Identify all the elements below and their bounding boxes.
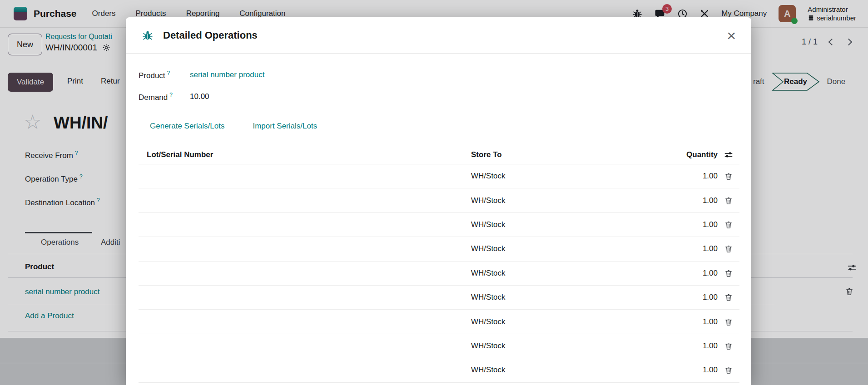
quantity-cell[interactable]: 1.00 [659,220,718,229]
help-icon[interactable]: ? [167,70,170,76]
table-row: WH/Stock 1.00 [139,310,739,334]
table-row: WH/Stock 1.00 [139,334,739,358]
screen: Purchase Orders Products Reporting Confi… [0,0,868,385]
help-icon[interactable]: ? [169,92,173,98]
store-to-cell[interactable]: WH/Stock [462,293,659,302]
col-header-store-to: Store To [462,150,659,159]
detailed-operations-dialog: Detailed Operations × Product? serial nu… [126,17,751,385]
quantity-cell[interactable]: 1.00 [659,172,718,181]
store-to-cell[interactable]: WH/Stock [462,220,659,229]
optional-columns-icon[interactable] [718,150,739,160]
serials-table: Lot/Serial Number Store To Quantity WH/S… [139,145,739,383]
trash-icon[interactable] [718,244,739,253]
store-to-cell[interactable]: WH/Stock [462,317,659,326]
close-icon[interactable]: × [725,28,738,43]
col-header-quantity: Quantity [659,150,718,159]
store-to-cell[interactable]: WH/Stock [462,365,659,375]
store-to-cell[interactable]: WH/Stock [462,196,659,205]
modal-title: Detailed Operations [163,30,258,41]
table-row: WH/Stock 1.00 [139,164,739,188]
table-header-row: Lot/Serial Number Store To Quantity [139,145,739,164]
bug-icon [142,30,153,41]
quantity-cell[interactable]: 1.00 [659,244,718,253]
table-row: WH/Stock 1.00 [139,262,739,286]
quantity-cell[interactable]: 1.00 [659,293,718,302]
modal-demand-value[interactable]: 10.00 [190,92,209,101]
trash-icon[interactable] [718,172,739,181]
store-to-cell[interactable]: WH/Stock [462,244,659,253]
quantity-cell[interactable]: 1.00 [659,196,718,205]
trash-icon[interactable] [718,293,739,302]
trash-icon[interactable] [718,317,739,326]
import-serials-link[interactable]: Import Serials/Lots [253,122,317,131]
col-header-lot-serial: Lot/Serial Number [139,150,462,159]
trash-icon[interactable] [718,196,739,205]
quantity-cell[interactable]: 1.00 [659,269,718,278]
modal-action-links: Generate Serials/Lots Import Serials/Lot… [139,122,739,131]
table-row: WH/Stock 1.00 [139,188,739,212]
modal-body: Product? serial number product Demand? 1… [126,69,751,383]
modal-header: Detailed Operations × [126,17,751,54]
table-row: WH/Stock 1.00 [139,213,739,237]
quantity-cell[interactable]: 1.00 [659,365,718,375]
quantity-cell[interactable]: 1.00 [659,317,718,326]
trash-icon[interactable] [718,220,739,229]
trash-icon[interactable] [718,341,739,350]
quantity-cell[interactable]: 1.00 [659,341,718,350]
trash-icon[interactable] [718,365,739,375]
store-to-cell[interactable]: WH/Stock [462,341,659,350]
modal-product-link[interactable]: serial number product [190,70,264,79]
modal-demand-label: Demand? [139,92,190,102]
table-row: WH/Stock 1.00 [139,237,739,261]
table-row: WH/Stock 1.00 [139,286,739,310]
trash-icon[interactable] [718,269,739,278]
modal-product-label: Product? [139,70,190,80]
store-to-cell[interactable]: WH/Stock [462,172,659,181]
table-row: WH/Stock 1.00 [139,358,739,382]
store-to-cell[interactable]: WH/Stock [462,269,659,278]
generate-serials-link[interactable]: Generate Serials/Lots [150,122,224,131]
